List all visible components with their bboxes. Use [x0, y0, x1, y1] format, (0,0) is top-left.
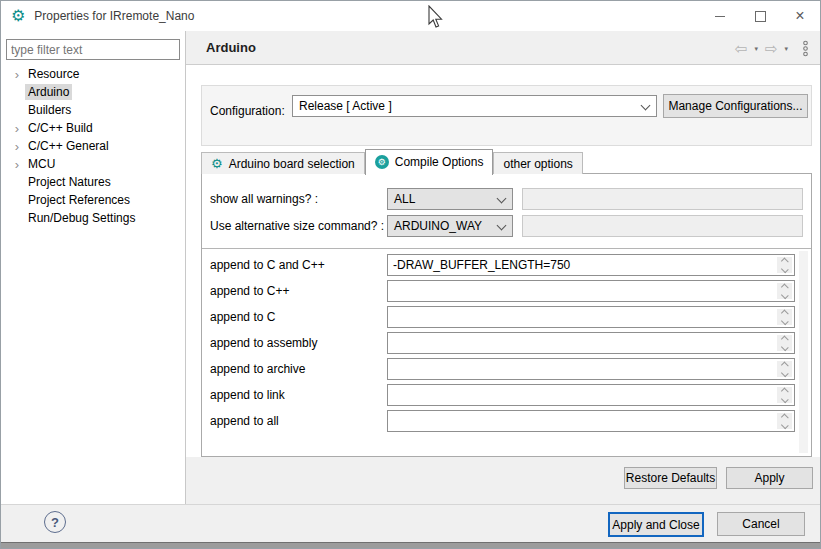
compile-options-panel: show all warnings? :ALLUse alternative s… — [201, 173, 812, 457]
apply-and-close-button[interactable]: Apply and Close — [608, 512, 704, 537]
field-label-append-to-link: append to link — [210, 384, 285, 406]
view-menu-icon[interactable] — [801, 40, 810, 57]
append-to-c-input[interactable] — [387, 306, 795, 328]
filter-input[interactable] — [6, 39, 180, 60]
chevron-up-icon[interactable] — [781, 362, 788, 369]
scroll-spinner[interactable] — [777, 335, 792, 351]
chevron-up-icon[interactable] — [781, 258, 788, 265]
append-to-c-input[interactable] — [387, 280, 795, 302]
sidebar-item-label: Arduino — [25, 84, 72, 100]
sidebar: ›ResourceArduinoBuilders›C/C++ Build›C/C… — [1, 31, 185, 504]
sidebar-item-resource[interactable]: ›Resource — [1, 65, 185, 83]
tab-label: Arduino board selection — [229, 157, 355, 171]
field-label-append-to-c: append to C++ — [210, 280, 289, 302]
sidebar-item-arduino[interactable]: Arduino — [1, 83, 185, 101]
sidebar-item-label: Project References — [25, 192, 133, 208]
sidebar-item-builders[interactable]: Builders — [1, 101, 185, 119]
forward-dropdown-icon[interactable]: ▾ — [784, 45, 788, 52]
show-all-warnings-select[interactable]: ALL — [387, 188, 513, 210]
configuration-value: Release [ Active ] — [299, 99, 392, 113]
chevron-down-icon[interactable] — [781, 343, 788, 350]
window-controls: × — [700, 1, 820, 31]
sidebar-item-label: Run/Debug Settings — [25, 210, 138, 226]
back-dropdown-icon[interactable]: ▾ — [754, 45, 758, 52]
help-icon[interactable]: ? — [44, 511, 66, 533]
expand-chevron-icon[interactable]: › — [9, 140, 25, 153]
minimize-icon — [715, 16, 725, 17]
expand-chevron-icon[interactable]: › — [9, 158, 25, 171]
chevron-down-icon[interactable] — [781, 369, 788, 376]
tab-bar: ⚙Arduino board selection⚙Compile Options… — [201, 148, 583, 174]
tab-arduino-board-selection[interactable]: ⚙Arduino board selection — [201, 152, 365, 174]
content-pane: Arduino ⇦ ▾ ⇨ ▾ Configuration: Release [… — [186, 31, 820, 504]
disabled-field — [522, 215, 803, 237]
select-value: ALL — [394, 192, 415, 206]
sidebar-item-project-natures[interactable]: Project Natures — [1, 173, 185, 191]
scroll-spinner[interactable] — [777, 361, 792, 377]
back-arrow-icon[interactable]: ⇦ — [735, 41, 748, 56]
apply-button[interactable]: Apply — [726, 467, 813, 489]
tab-compile-options[interactable]: ⚙Compile Options — [365, 149, 494, 175]
chevron-down-icon[interactable] — [781, 265, 788, 272]
append-to-link-input[interactable] — [387, 384, 795, 406]
properties-dialog: ⚙ Properties for IRremote_Nano × ›Resour… — [0, 0, 821, 549]
mouse-cursor — [427, 5, 443, 29]
scroll-spinner[interactable] — [777, 413, 792, 429]
maximize-button[interactable] — [740, 1, 780, 31]
disabled-field — [522, 188, 803, 210]
configuration-select[interactable]: Release [ Active ] — [292, 95, 657, 117]
field-label-append-to-c-and-c: append to C and C++ — [210, 254, 325, 276]
gear-badge-icon: ⚙ — [375, 155, 389, 169]
header-nav: ⇦ ▾ ⇨ ▾ — [735, 31, 810, 65]
chevron-down-icon[interactable] — [781, 317, 788, 324]
chevron-down-icon[interactable] — [781, 395, 788, 402]
append-to-c-and-c-input[interactable]: -DRAW_BUFFER_LENGTH=750 — [387, 254, 795, 276]
append-to-all-input[interactable] — [387, 410, 795, 432]
sidebar-item-c-c-general[interactable]: ›C/C++ General — [1, 137, 185, 155]
chevron-down-icon — [497, 194, 507, 204]
tab-label: Compile Options — [395, 155, 484, 169]
sidebar-item-label: C/C++ Build — [25, 120, 96, 136]
chevron-up-icon[interactable] — [781, 310, 788, 317]
use-alternative-size-command-select[interactable]: ARDUINO_WAY — [387, 215, 513, 237]
select-value: ARDUINO_WAY — [394, 219, 482, 233]
scroll-spinner[interactable] — [777, 257, 792, 273]
app-gear-icon: ⚙ — [11, 8, 25, 24]
scroll-spinner[interactable] — [777, 387, 792, 403]
sidebar-item-label: Project Natures — [25, 174, 114, 190]
field-label-append-to-all: append to all — [210, 410, 279, 432]
close-button[interactable]: × — [780, 1, 820, 31]
page-header: Arduino ⇦ ▾ ⇨ ▾ — [186, 31, 820, 65]
field-label-append-to-c: append to C — [210, 306, 275, 328]
tab-other-options[interactable]: other options — [493, 152, 582, 174]
cancel-button[interactable]: Cancel — [717, 512, 805, 536]
field-label-append-to-assembly: append to assembly — [210, 332, 317, 354]
chevron-down-icon[interactable] — [781, 421, 788, 428]
chevron-up-icon[interactable] — [781, 388, 788, 395]
manage-configurations-button[interactable]: Manage Configurations... — [663, 94, 808, 118]
restore-defaults-button[interactable]: Restore Defaults — [624, 467, 717, 489]
scroll-spinner[interactable] — [777, 309, 792, 325]
expand-chevron-icon[interactable]: › — [9, 122, 25, 135]
chevron-down-icon[interactable] — [781, 291, 788, 298]
field-label-use-alternative-size-command: Use alternative size command? : — [210, 215, 384, 237]
forward-arrow-icon[interactable]: ⇨ — [765, 41, 778, 56]
minimize-button[interactable] — [700, 1, 740, 31]
window-bottom-edge — [1, 542, 820, 549]
chevron-up-icon[interactable] — [781, 284, 788, 291]
append-to-assembly-input[interactable] — [387, 332, 795, 354]
sidebar-item-mcu[interactable]: ›MCU — [1, 155, 185, 173]
sidebar-item-project-references[interactable]: Project References — [1, 191, 185, 209]
window-title: Properties for IRremote_Nano — [34, 9, 194, 23]
panel-button-band: Restore Defaults Apply — [186, 457, 820, 504]
append-to-archive-input[interactable] — [387, 358, 795, 380]
field-label-show-all-warnings: show all warnings? : — [210, 188, 318, 210]
sidebar-item-label: C/C++ General — [25, 138, 112, 154]
scrollbar-track[interactable] — [799, 251, 808, 453]
scroll-spinner[interactable] — [777, 283, 792, 299]
chevron-up-icon[interactable] — [781, 414, 788, 421]
chevron-up-icon[interactable] — [781, 336, 788, 343]
sidebar-item-c-c-build[interactable]: ›C/C++ Build — [1, 119, 185, 137]
sidebar-item-run-debug-settings[interactable]: Run/Debug Settings — [1, 209, 185, 227]
expand-chevron-icon[interactable]: › — [9, 68, 25, 81]
